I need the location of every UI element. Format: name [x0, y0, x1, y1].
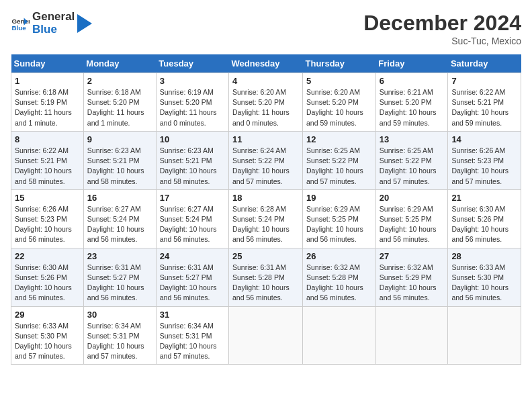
day-number: 19 [306, 193, 372, 203]
table-row: 12 Sunrise: 6:25 AM Sunset: 5:22 PM Dayl… [303, 131, 376, 189]
day-number: 22 [15, 251, 80, 261]
day-number: 7 [451, 76, 517, 86]
day-info: Sunrise: 6:30 AM Sunset: 5:26 PM Dayligh… [15, 263, 80, 304]
header-thursday: Thursday [303, 54, 376, 73]
table-row: 16 Sunrise: 6:27 AM Sunset: 5:24 PM Dayl… [83, 189, 156, 248]
day-info: Sunrise: 6:20 AM Sunset: 5:20 PM Dayligh… [232, 87, 299, 128]
table-row: 20 Sunrise: 6:29 AM Sunset: 5:25 PM Dayl… [375, 189, 448, 248]
table-row [229, 306, 303, 365]
header-monday: Monday [83, 54, 156, 73]
table-row: 24 Sunrise: 6:31 AM Sunset: 5:27 PM Dayl… [156, 248, 228, 306]
calendar-table: Sunday Monday Tuesday Wednesday Thursday… [11, 54, 521, 365]
table-row [448, 306, 521, 365]
day-info: Sunrise: 6:22 AM Sunset: 5:21 PM Dayligh… [451, 87, 517, 128]
day-info: Sunrise: 6:33 AM Sunset: 5:30 PM Dayligh… [15, 321, 80, 362]
day-info: Sunrise: 6:24 AM Sunset: 5:22 PM Dayligh… [232, 146, 299, 187]
day-info: Sunrise: 6:18 AM Sunset: 5:20 PM Dayligh… [87, 87, 152, 128]
day-info: Sunrise: 6:33 AM Sunset: 5:30 PM Dayligh… [451, 263, 517, 304]
day-info: Sunrise: 6:29 AM Sunset: 5:25 PM Dayligh… [306, 204, 372, 245]
table-row: 7 Sunrise: 6:22 AM Sunset: 5:21 PM Dayli… [448, 73, 521, 132]
logo-icon: General Blue [11, 14, 30, 33]
day-info: Sunrise: 6:34 AM Sunset: 5:31 PM Dayligh… [160, 321, 225, 362]
day-number: 16 [87, 193, 152, 203]
logo-blue-text: Blue [32, 24, 75, 36]
table-row [303, 306, 376, 365]
table-row: 17 Sunrise: 6:27 AM Sunset: 5:24 PM Dayl… [156, 189, 228, 248]
calendar-week-row: 1 Sunrise: 6:18 AM Sunset: 5:19 PM Dayli… [11, 73, 521, 132]
table-row: 2 Sunrise: 6:18 AM Sunset: 5:20 PM Dayli… [83, 73, 156, 132]
day-number: 2 [87, 76, 152, 86]
logo-arrow-icon [77, 14, 92, 33]
day-number: 20 [380, 193, 445, 203]
day-info: Sunrise: 6:21 AM Sunset: 5:20 PM Dayligh… [380, 87, 445, 128]
day-number: 28 [451, 251, 517, 261]
day-number: 4 [232, 76, 299, 86]
table-row: 18 Sunrise: 6:28 AM Sunset: 5:24 PM Dayl… [229, 189, 303, 248]
day-number: 21 [451, 193, 517, 203]
table-row: 21 Sunrise: 6:30 AM Sunset: 5:26 PM Dayl… [448, 189, 521, 248]
day-number: 6 [380, 76, 445, 86]
day-number: 18 [232, 193, 299, 203]
day-info: Sunrise: 6:29 AM Sunset: 5:25 PM Dayligh… [380, 204, 445, 245]
header-wednesday: Wednesday [229, 54, 303, 73]
day-number: 26 [306, 251, 372, 261]
day-number: 15 [15, 193, 80, 203]
table-row: 4 Sunrise: 6:20 AM Sunset: 5:20 PM Dayli… [229, 73, 303, 132]
day-info: Sunrise: 6:25 AM Sunset: 5:22 PM Dayligh… [306, 146, 372, 187]
day-number: 17 [160, 193, 225, 203]
calendar-week-row: 8 Sunrise: 6:22 AM Sunset: 5:21 PM Dayli… [11, 131, 521, 189]
day-info: Sunrise: 6:19 AM Sunset: 5:20 PM Dayligh… [160, 87, 225, 128]
header-tuesday: Tuesday [156, 54, 228, 73]
table-row: 28 Sunrise: 6:33 AM Sunset: 5:30 PM Dayl… [448, 248, 521, 306]
day-info: Sunrise: 6:31 AM Sunset: 5:28 PM Dayligh… [232, 263, 299, 304]
calendar-week-row: 15 Sunrise: 6:26 AM Sunset: 5:23 PM Dayl… [11, 189, 521, 248]
day-number: 25 [232, 251, 299, 261]
table-row: 25 Sunrise: 6:31 AM Sunset: 5:28 PM Dayl… [229, 248, 303, 306]
day-info: Sunrise: 6:28 AM Sunset: 5:24 PM Dayligh… [232, 204, 299, 245]
day-number: 31 [160, 310, 225, 320]
day-number: 8 [15, 134, 80, 144]
day-info: Sunrise: 6:23 AM Sunset: 5:21 PM Dayligh… [160, 146, 225, 187]
table-row: 30 Sunrise: 6:34 AM Sunset: 5:31 PM Dayl… [83, 306, 156, 365]
logo: General Blue General Blue [11, 11, 92, 36]
day-info: Sunrise: 6:18 AM Sunset: 5:19 PM Dayligh… [15, 87, 80, 128]
day-info: Sunrise: 6:20 AM Sunset: 5:20 PM Dayligh… [306, 87, 372, 128]
table-row: 19 Sunrise: 6:29 AM Sunset: 5:25 PM Dayl… [303, 189, 376, 248]
day-info: Sunrise: 6:32 AM Sunset: 5:28 PM Dayligh… [306, 263, 372, 304]
day-info: Sunrise: 6:31 AM Sunset: 5:27 PM Dayligh… [87, 263, 152, 304]
table-row: 8 Sunrise: 6:22 AM Sunset: 5:21 PM Dayli… [11, 131, 84, 189]
table-row: 26 Sunrise: 6:32 AM Sunset: 5:28 PM Dayl… [303, 248, 376, 306]
calendar-week-row: 22 Sunrise: 6:30 AM Sunset: 5:26 PM Dayl… [11, 248, 521, 306]
day-info: Sunrise: 6:26 AM Sunset: 5:23 PM Dayligh… [451, 146, 517, 187]
day-info: Sunrise: 6:22 AM Sunset: 5:21 PM Dayligh… [15, 146, 80, 187]
day-number: 9 [87, 134, 152, 144]
day-info: Sunrise: 6:25 AM Sunset: 5:22 PM Dayligh… [380, 146, 445, 187]
day-info: Sunrise: 6:30 AM Sunset: 5:26 PM Dayligh… [451, 204, 517, 245]
table-row: 14 Sunrise: 6:26 AM Sunset: 5:23 PM Dayl… [448, 131, 521, 189]
day-number: 13 [380, 134, 445, 144]
day-info: Sunrise: 6:27 AM Sunset: 5:24 PM Dayligh… [160, 204, 225, 245]
table-row: 5 Sunrise: 6:20 AM Sunset: 5:20 PM Dayli… [303, 73, 376, 132]
table-row: 13 Sunrise: 6:25 AM Sunset: 5:22 PM Dayl… [375, 131, 448, 189]
day-number: 27 [380, 251, 445, 261]
header-friday: Friday [375, 54, 448, 73]
table-row [375, 306, 448, 365]
day-info: Sunrise: 6:23 AM Sunset: 5:21 PM Dayligh… [87, 146, 152, 187]
svg-marker-2 [77, 14, 92, 33]
table-row: 11 Sunrise: 6:24 AM Sunset: 5:22 PM Dayl… [229, 131, 303, 189]
day-number: 3 [160, 76, 225, 86]
calendar-week-row: 29 Sunrise: 6:33 AM Sunset: 5:30 PM Dayl… [11, 306, 521, 365]
calendar-title-area: December 2024 Suc-Tuc, Mexico [363, 11, 521, 46]
day-number: 29 [15, 310, 80, 320]
day-info: Sunrise: 6:26 AM Sunset: 5:23 PM Dayligh… [15, 204, 80, 245]
day-number: 5 [306, 76, 372, 86]
day-number: 1 [15, 76, 80, 86]
table-row: 10 Sunrise: 6:23 AM Sunset: 5:21 PM Dayl… [156, 131, 228, 189]
day-number: 14 [451, 134, 517, 144]
table-row: 1 Sunrise: 6:18 AM Sunset: 5:19 PM Dayli… [11, 73, 84, 132]
month-title: December 2024 [363, 11, 521, 36]
svg-text:Blue: Blue [11, 24, 26, 31]
table-row: 6 Sunrise: 6:21 AM Sunset: 5:20 PM Dayli… [375, 73, 448, 132]
table-row: 9 Sunrise: 6:23 AM Sunset: 5:21 PM Dayli… [83, 131, 156, 189]
day-info: Sunrise: 6:32 AM Sunset: 5:29 PM Dayligh… [380, 263, 445, 304]
